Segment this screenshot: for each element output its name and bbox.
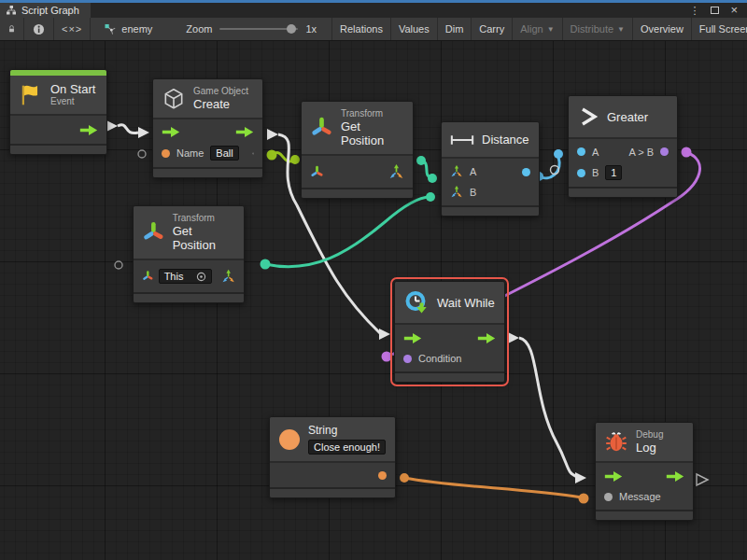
values-button[interactable]: Values xyxy=(391,18,438,40)
distribute-caret-icon: ▼ xyxy=(617,25,625,34)
wire-waitwhile-log[interactable] xyxy=(519,338,577,477)
message-input-port[interactable] xyxy=(604,493,613,501)
inspect-button[interactable] xyxy=(24,18,54,40)
empty-flow-socket-log-out[interactable] xyxy=(697,474,708,485)
vector-input-port-a[interactable] xyxy=(450,165,463,178)
tab-script-graph[interactable]: Script Graph xyxy=(0,3,91,18)
wire-onstart-create[interactable] xyxy=(118,125,138,133)
node-on-start[interactable]: On Start Event xyxy=(9,69,107,155)
node-greater[interactable]: Greater A A > B B 1 xyxy=(568,95,678,198)
target-value: This xyxy=(164,271,184,282)
maximize-icon[interactable] xyxy=(711,7,719,14)
graph-canvas[interactable]: On Start Event xyxy=(0,41,747,560)
node-titles: String Close enough! xyxy=(308,424,386,455)
wire-getposthis-distance-b[interactable] xyxy=(265,197,430,267)
node-get-position-ball[interactable]: Transform Get Position xyxy=(301,101,414,199)
distribute-button[interactable]: Distribute ▼ xyxy=(563,18,633,40)
graph-name: enemy xyxy=(121,23,152,35)
transform-input-port[interactable] xyxy=(142,270,154,283)
flow-input-port[interactable] xyxy=(403,333,422,343)
number-input-port-a[interactable] xyxy=(577,147,585,156)
transform-input-port[interactable] xyxy=(310,165,324,179)
lock-button[interactable] xyxy=(0,18,24,40)
node-header: String Close enough! xyxy=(270,417,395,463)
string-output-port[interactable] xyxy=(378,471,387,480)
target-value-field[interactable]: This xyxy=(159,269,212,284)
node-string[interactable]: String Close enough! xyxy=(269,416,396,498)
overview-button[interactable]: Overview xyxy=(633,18,692,40)
vector-output-port[interactable] xyxy=(221,269,235,285)
distribute-label: Distribute xyxy=(571,23,613,35)
node-titles: On Start Event xyxy=(50,82,95,107)
name-value-field[interactable]: Ball xyxy=(210,146,238,161)
port-row-a: A A > B xyxy=(569,142,677,161)
zoom-value: 1x xyxy=(305,23,317,35)
node-subtitle: Transform xyxy=(173,213,235,224)
b-value-field[interactable]: 1 xyxy=(605,165,622,180)
flow-output-port[interactable] xyxy=(666,471,684,482)
full-screen-button[interactable]: Full Screen xyxy=(692,18,747,40)
number-output-port[interactable] xyxy=(522,168,530,176)
vector-output-port[interactable] xyxy=(388,164,404,180)
node-titles: Game Object Create xyxy=(193,86,248,111)
empty-socket-create-name[interactable] xyxy=(138,150,146,158)
b-value: 1 xyxy=(611,167,616,178)
relations-label: Relations xyxy=(340,23,383,35)
port-b-label: B xyxy=(592,167,599,178)
greater-icon xyxy=(577,105,599,128)
boolean-input-port[interactable] xyxy=(403,355,412,363)
wire-start-arrow xyxy=(267,129,278,140)
object-picker-icon[interactable] xyxy=(196,272,206,282)
node-title: Wait While xyxy=(437,296,495,310)
empty-socket-getposition-target[interactable] xyxy=(115,261,122,269)
flow-input-port[interactable] xyxy=(162,127,180,137)
game-object-output-port[interactable] xyxy=(252,147,254,161)
flow-input-port[interactable] xyxy=(604,471,623,482)
name-value: Ball xyxy=(216,147,233,159)
align-button[interactable]: Align ▼ xyxy=(513,18,562,40)
zoom-slider-handle[interactable] xyxy=(287,24,296,34)
node-header: On Start Event xyxy=(10,76,106,116)
node-distance[interactable]: Distance A xyxy=(441,121,540,217)
number-input-port-b[interactable] xyxy=(577,169,585,177)
dim-button[interactable]: Dim xyxy=(438,18,472,40)
node-footer xyxy=(302,188,413,198)
node-debug-log[interactable]: Debug Log Message xyxy=(595,422,694,521)
wire-endpoint xyxy=(554,149,563,159)
zoom-slider[interactable] xyxy=(219,28,298,30)
graph-breadcrumb[interactable]: enemy xyxy=(91,18,160,40)
flow-output-port[interactable] xyxy=(477,333,496,343)
node-body xyxy=(10,116,106,144)
node-create-game-object[interactable]: Game Object Create Name xyxy=(152,78,263,178)
align-label: Align xyxy=(520,23,543,35)
close-icon[interactable]: × xyxy=(730,6,738,15)
values-label: Values xyxy=(399,23,430,35)
node-subtitle: Event xyxy=(50,96,95,107)
boolean-output-port[interactable] xyxy=(660,147,669,156)
full-screen-label: Full Screen xyxy=(699,23,747,35)
node-header: Game Object Create xyxy=(153,79,262,119)
string-input-port[interactable] xyxy=(162,149,170,158)
relations-button[interactable]: Relations xyxy=(331,18,391,40)
trigger-row xyxy=(395,328,504,348)
carry-button[interactable]: Carry xyxy=(472,18,513,40)
trigger-row xyxy=(153,122,262,142)
message-label: Message xyxy=(619,491,661,502)
node-wait-while[interactable]: Wait While Condition xyxy=(394,281,505,383)
code-view-label: <×> xyxy=(62,23,82,35)
string-value-field[interactable]: Close enough! xyxy=(308,440,386,455)
message-row: Message xyxy=(596,486,693,507)
vector-input-port-b[interactable] xyxy=(450,186,463,199)
node-title: Greater xyxy=(607,110,648,124)
node-get-position-this[interactable]: Transform Get Position This xyxy=(133,205,245,303)
flow-output-port[interactable] xyxy=(235,127,254,137)
script-graph-window: Script Graph ⋮ × <×> xyxy=(0,0,747,560)
wire-string-log[interactable] xyxy=(404,478,582,497)
node-footer xyxy=(10,144,106,154)
debug-bug-icon xyxy=(604,430,628,455)
window-menu-icon[interactable]: ⋮ xyxy=(689,5,699,17)
wire-end-arrow xyxy=(138,127,149,138)
code-view-button[interactable]: <×> xyxy=(54,18,91,40)
node-title: Log xyxy=(636,441,663,455)
flow-output-port[interactable] xyxy=(79,125,98,135)
